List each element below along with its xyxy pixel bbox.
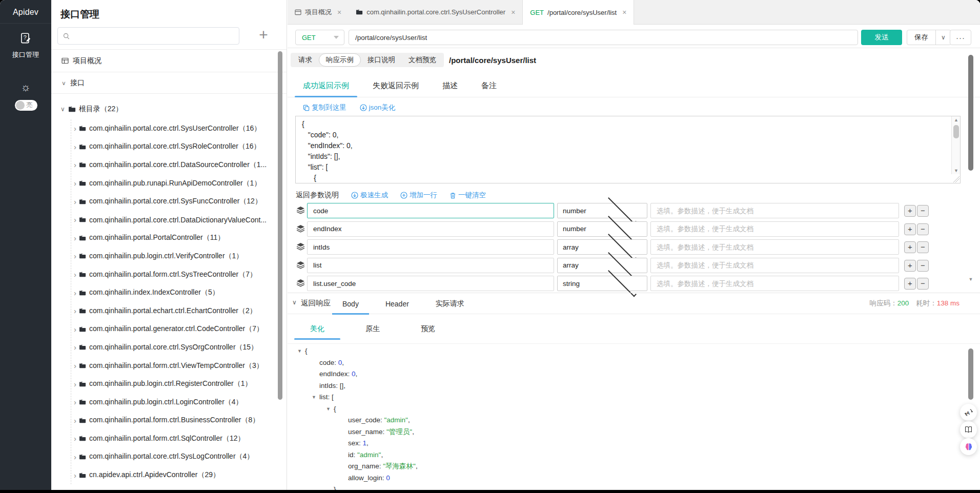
row-remove-button[interactable]: − — [917, 260, 929, 272]
param-type-select[interactable]: number — [557, 203, 647, 218]
tree-item[interactable]: ›com.qinhailin.portal.form.ctrl.Business… — [71, 412, 285, 430]
row-add-button[interactable]: + — [904, 260, 916, 272]
editor-scrollbar[interactable]: ▲ ▼ — [951, 116, 960, 174]
row-add-button[interactable]: + — [904, 278, 916, 290]
tree-root-folder[interactable]: ∨ 根目录（22） — [51, 100, 287, 118]
param-name-input[interactable] — [307, 258, 554, 273]
param-desc-input[interactable] — [650, 258, 899, 273]
row-remove-button[interactable]: − — [917, 241, 929, 253]
open-tab-2[interactable]: GET/portal/core/sysUser/list× — [522, 0, 634, 25]
save-button[interactable]: 保存 — [907, 30, 935, 45]
tree-item[interactable]: ›com.qinhailin.portal.form.ctrl.ViewTemp… — [71, 357, 285, 375]
row-remove-button[interactable]: − — [917, 223, 929, 235]
tree-item[interactable]: ›com.qinhailin.portal.core.ctrl.DataSour… — [71, 156, 285, 174]
example-tab-0[interactable]: 成功返回示例 — [295, 75, 357, 97]
row-add-button[interactable]: + — [904, 223, 916, 235]
tree-item[interactable]: ›com.qinhailin.pub.login.ctrl.RegisterCo… — [71, 375, 285, 393]
response-tab-1[interactable]: Header — [375, 293, 419, 314]
tree-item[interactable]: ›com.qinhailin.portal.generator.ctrl.Cod… — [71, 320, 285, 339]
tree-item[interactable]: ›com.qinhailin.portal.PortalController（1… — [71, 229, 285, 248]
scroll-down-icon[interactable]: ▼ — [952, 168, 961, 173]
param-desc-input[interactable] — [650, 276, 899, 291]
tree-item[interactable]: ›com.qinhailin.portal.core.ctrl.SysLogCo… — [71, 448, 285, 466]
example-tab-2[interactable]: 描述 — [434, 75, 466, 97]
response-scrollbar-thumb[interactable] — [968, 348, 973, 400]
response-example-code[interactable]: { "code": 0, "endIndex": 0, "intIds": []… — [296, 116, 960, 183]
row-remove-button[interactable]: − — [917, 278, 929, 290]
tree-item[interactable]: ›com.qinhailin.portal.core.ctrl.DataDict… — [71, 211, 285, 229]
collapse-caret-icon[interactable]: ▼ — [326, 403, 331, 415]
doc-tab-1[interactable]: 响应示例 — [319, 53, 361, 67]
url-input[interactable] — [349, 30, 858, 45]
method-select[interactable]: GET — [295, 30, 344, 45]
tree-item[interactable]: ›com.qinhailin.pub.login.ctrl.LoginContr… — [71, 393, 285, 412]
scroll-thumb[interactable] — [953, 125, 959, 138]
tree-item[interactable]: ›cn.apidev.api.ctrl.ApidevController（29） — [71, 466, 285, 484]
tree-item[interactable]: ›com.qinhailin.portal.core.ctrl.SysUserC… — [71, 119, 285, 138]
param-desc-input[interactable] — [650, 203, 899, 218]
panel-scrollbar[interactable] — [278, 51, 282, 400]
close-icon[interactable]: × — [337, 8, 341, 16]
copy-here-link[interactable]: 复制到这里 — [303, 103, 346, 112]
add-api-button[interactable]: + — [255, 25, 272, 45]
more-button[interactable]: ··· — [950, 30, 971, 45]
param-type-select[interactable]: array — [557, 239, 647, 255]
tree-item[interactable]: ›com.qinhailin.portal.core.ctrl.SysOrgCo… — [71, 338, 285, 357]
translate-fab-button[interactable]: A — [960, 404, 977, 421]
doc-tab-0[interactable]: 请求 — [292, 54, 319, 66]
resize-grip[interactable] — [953, 176, 959, 182]
param-type-select[interactable]: string — [557, 276, 647, 291]
param-desc-input[interactable] — [650, 221, 899, 237]
tree-item[interactable]: ›com.qinhailin.portal.form.ctrl.SqlContr… — [71, 429, 285, 448]
quick-generate-link[interactable]: 极速生成 — [351, 191, 388, 200]
search-input[interactable] — [73, 32, 239, 40]
search-box[interactable] — [57, 27, 239, 45]
save-dropdown-chevron-icon[interactable]: ∨ — [935, 30, 951, 45]
example-tab-1[interactable]: 失败返回示例 — [364, 75, 427, 97]
tree-item[interactable]: ›com.qinhailin.index.IndexController（5） — [71, 283, 285, 302]
tree-item[interactable]: ›com.qinhailin.portal.core.ctrl.SysFuncC… — [71, 192, 285, 211]
param-name-input[interactable] — [307, 203, 554, 218]
param-desc-input[interactable] — [650, 239, 899, 255]
tree-item[interactable]: ›com.qinhailin.pub.login.ctrl.VerifyCont… — [71, 247, 285, 265]
row-add-button[interactable]: + — [904, 241, 916, 253]
row-remove-button[interactable]: − — [917, 205, 929, 217]
param-type-select[interactable]: array — [557, 258, 647, 273]
scroll-down-icon[interactable]: ▼ — [968, 277, 973, 282]
rail-item-api-management[interactable]: ? 接口管理 — [0, 32, 51, 59]
sidebar-item-overview[interactable]: 项目概况 — [51, 50, 287, 72]
sidebar-group-api[interactable]: ∨ 接口 — [51, 72, 287, 93]
param-name-input[interactable] — [307, 239, 554, 255]
ai-assistant-fab-button[interactable] — [960, 438, 977, 455]
view-tab-1[interactable]: 原生 — [350, 314, 396, 344]
row-add-button[interactable]: + — [904, 205, 916, 217]
view-tab-0[interactable]: 美化 — [294, 314, 340, 344]
doc-tab-3[interactable]: 文档预览 — [402, 54, 443, 66]
tree-item[interactable]: ›com.qinhailin.pub.runapi.RunApiDemoCont… — [71, 174, 285, 193]
open-tab-0[interactable]: 项目概况× — [288, 0, 349, 24]
theme-sun-icon[interactable]: ☼ — [0, 81, 51, 93]
response-example-editor[interactable]: { "code": 0, "endIndex": 0, "intIds": []… — [295, 116, 961, 183]
response-tab-2[interactable]: 实际请求 — [425, 293, 475, 314]
collapse-caret-icon[interactable]: ▼ — [312, 392, 316, 403]
tree-item[interactable]: ›com.qinhailin.portal.echart.ctrl.Echart… — [71, 302, 285, 320]
collapse-caret-icon[interactable]: ▼ — [297, 345, 302, 357]
param-name-input[interactable] — [307, 276, 554, 291]
main-scrollbar-thumb[interactable] — [968, 55, 973, 171]
add-row-link[interactable]: 增加一行 — [400, 191, 437, 200]
collapse-chevron-icon[interactable]: ∨ — [292, 299, 297, 306]
param-name-input[interactable] — [307, 221, 554, 237]
tree-item[interactable]: ›com.qinhailin.portal.core.ctrl.SysRoleC… — [71, 138, 285, 156]
doc-tab-2[interactable]: 接口说明 — [361, 54, 402, 66]
close-icon[interactable]: × — [622, 8, 626, 16]
json-beautify-link[interactable]: json美化 — [360, 103, 396, 112]
send-button[interactable]: 发送 — [861, 30, 902, 45]
clear-all-link[interactable]: 一键清空 — [450, 191, 486, 200]
docs-fab-button[interactable] — [960, 421, 977, 438]
response-tab-0[interactable]: Body — [332, 293, 369, 314]
scroll-up-icon[interactable]: ▲ — [952, 117, 961, 122]
theme-toggle[interactable]: 亮 — [15, 100, 37, 111]
example-tab-3[interactable]: 备注 — [473, 75, 505, 97]
tree-item[interactable]: ›com.qinhailin.portal.form.ctrl.SysTreeC… — [71, 265, 285, 284]
open-tab-1[interactable]: com.qinhailin.portal.core.ctrl.SysUserCo… — [349, 0, 522, 24]
